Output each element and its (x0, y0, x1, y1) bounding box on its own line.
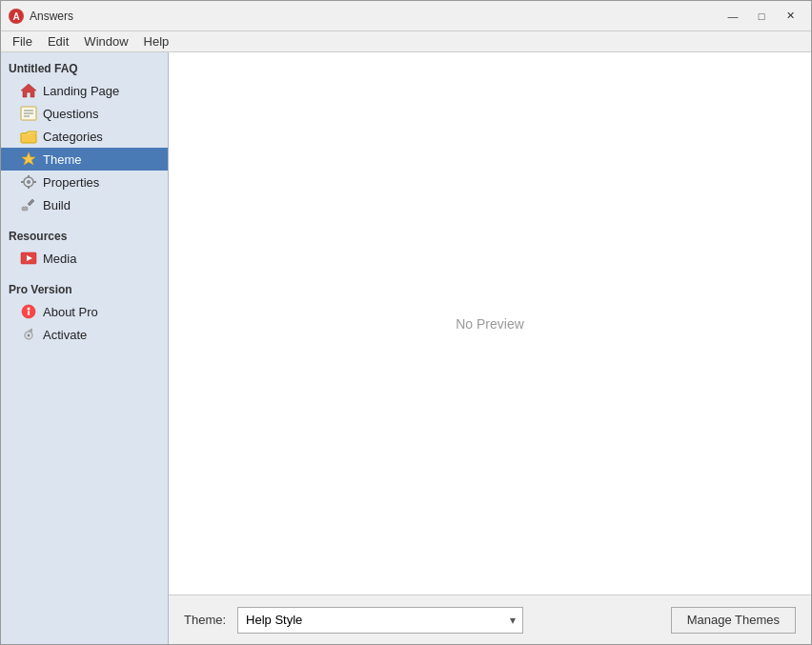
pro-section-label: Pro Version (1, 277, 168, 300)
theme-select[interactable]: Help Style Classic Modern Minimal (237, 607, 523, 634)
svg-point-9 (27, 180, 30, 184)
minimize-button[interactable]: — (720, 6, 746, 27)
svg-rect-12 (21, 181, 24, 183)
landing-page-icon (20, 82, 37, 99)
activate-label: Activate (43, 328, 87, 342)
sidebar-item-media[interactable]: Media (1, 247, 168, 270)
questions-label: Questions (43, 107, 99, 121)
svg-rect-10 (28, 175, 30, 178)
theme-select-wrapper: Help Style Classic Modern Minimal (237, 607, 523, 634)
svg-rect-19 (28, 311, 30, 315)
svg-point-21 (28, 334, 30, 337)
sidebar-item-properties[interactable]: Properties (1, 171, 168, 193)
svg-rect-14 (22, 207, 28, 211)
resources-section-label: Resources (1, 224, 168, 247)
window-title: Answers (30, 10, 720, 23)
menu-bar: File Edit Window Help (1, 31, 811, 52)
theme-icon (20, 151, 37, 168)
faq-section-label: Untitled FAQ (1, 56, 168, 79)
sidebar-item-landing-page[interactable]: Landing Page (1, 79, 168, 102)
svg-rect-11 (28, 186, 30, 189)
questions-icon (20, 105, 37, 122)
app-icon: A (9, 9, 24, 24)
content-main: No Preview (169, 52, 811, 595)
menu-window[interactable]: Window (76, 32, 135, 50)
svg-marker-2 (21, 84, 36, 97)
window-controls: — □ ✕ (720, 6, 803, 27)
properties-label: Properties (43, 175, 99, 190)
media-icon (20, 250, 37, 267)
activate-icon (20, 326, 37, 343)
no-preview-text: No Preview (456, 316, 524, 332)
maximize-button[interactable]: □ (748, 6, 775, 27)
menu-help[interactable]: Help (136, 32, 177, 50)
svg-rect-13 (33, 181, 36, 183)
manage-themes-button[interactable]: Manage Themes (671, 607, 796, 634)
svg-point-18 (28, 308, 30, 311)
sidebar-item-categories[interactable]: Categories (1, 125, 168, 148)
divider-2 (1, 270, 168, 277)
categories-label: Categories (43, 130, 103, 144)
theme-label-bottom: Theme: (184, 613, 226, 627)
title-bar: A Answers — □ ✕ (1, 1, 811, 31)
divider-1 (1, 216, 168, 224)
bottom-bar: Theme: Help Style Classic Modern Minimal… (169, 595, 811, 644)
build-label: Build (43, 198, 71, 212)
menu-file[interactable]: File (5, 32, 40, 50)
close-button[interactable]: ✕ (777, 6, 803, 27)
categories-icon (20, 128, 37, 145)
sidebar-item-theme[interactable]: Theme (1, 148, 168, 171)
menu-edit[interactable]: Edit (40, 32, 76, 50)
sidebar: Untitled FAQ Landing Page (1, 52, 169, 644)
sidebar-item-activate[interactable]: Activate (1, 323, 168, 346)
landing-page-label: Landing Page (43, 84, 119, 98)
about-pro-icon (20, 303, 37, 320)
svg-text:A: A (12, 11, 19, 22)
main-layout: Untitled FAQ Landing Page (1, 52, 811, 644)
properties-icon (20, 173, 37, 191)
sidebar-item-questions[interactable]: Questions (1, 102, 168, 125)
build-icon (20, 196, 37, 213)
main-window: A Answers — □ ✕ File Edit Window Help Un… (0, 0, 812, 645)
sidebar-item-about-pro[interactable]: About Pro (1, 300, 168, 323)
theme-label: Theme (43, 152, 81, 167)
media-label: Media (43, 252, 76, 266)
content-area: No Preview Theme: Help Style Classic Mod… (169, 52, 811, 644)
about-pro-label: About Pro (43, 305, 98, 319)
sidebar-item-build[interactable]: Build (1, 193, 168, 216)
